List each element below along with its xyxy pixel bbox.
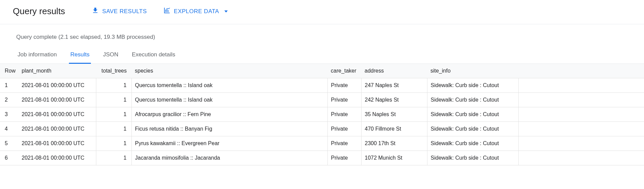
- query-status: Query complete (2.1 sec elapsed, 19.3 MB…: [0, 24, 644, 44]
- table-row[interactable]: 12021-08-01 00:00:00 UTC1Quercus tomente…: [0, 78, 644, 93]
- cell-row: 6: [0, 151, 18, 165]
- cell-site-info: Sidewalk: Curb side : Cutout: [427, 93, 518, 107]
- download-icon: [92, 7, 99, 16]
- column-header-extra: [518, 64, 644, 78]
- cell-row: 4: [0, 122, 18, 136]
- cell-care-taker: Private: [327, 78, 361, 93]
- chevron-down-icon: [224, 10, 228, 12]
- table-row[interactable]: 22021-08-01 00:00:00 UTC1Quercus tomente…: [0, 93, 644, 107]
- cell-total-trees: 1: [96, 93, 131, 107]
- save-results-label: SAVE RESULTS: [102, 8, 147, 15]
- column-header-address[interactable]: address: [361, 64, 427, 78]
- cell-care-taker: Private: [327, 136, 361, 151]
- cell-plant-month: 2021-08-01 00:00:00 UTC: [18, 136, 96, 151]
- column-header-row[interactable]: Row: [0, 64, 18, 78]
- cell-plant-month: 2021-08-01 00:00:00 UTC: [18, 78, 96, 93]
- cell-extra: [518, 93, 644, 107]
- cell-address: 1072 Munich St: [361, 151, 427, 165]
- page-title: Query results: [13, 6, 65, 17]
- cell-care-taker: Private: [327, 122, 361, 136]
- cell-address: 470 Fillmore St: [361, 122, 427, 136]
- cell-species: Afrocarpus gracilior :: Fern Pine: [131, 107, 327, 122]
- cell-total-trees: 1: [96, 136, 131, 151]
- cell-care-taker: Private: [327, 93, 361, 107]
- cell-species: Pyrus kawakamii :: Evergreen Pear: [131, 136, 327, 151]
- cell-row: 2: [0, 93, 18, 107]
- column-header-care-taker[interactable]: care_taker: [327, 64, 361, 78]
- cell-address: 35 Naples St: [361, 107, 427, 122]
- chart-icon: [163, 7, 171, 16]
- cell-plant-month: 2021-08-01 00:00:00 UTC: [18, 151, 96, 165]
- cell-extra: [518, 122, 644, 136]
- column-header-species[interactable]: species: [131, 64, 327, 78]
- tab-job-information[interactable]: Job information: [16, 49, 58, 64]
- cell-site-info: Sidewalk: Curb side : Cutout: [427, 151, 518, 165]
- tab-results[interactable]: Results: [69, 49, 91, 64]
- cell-species: Ficus retusa nitida :: Banyan Fig: [131, 122, 327, 136]
- cell-plant-month: 2021-08-01 00:00:00 UTC: [18, 93, 96, 107]
- table-header-row: Row plant_month total_trees species care…: [0, 64, 644, 78]
- table-row[interactable]: 42021-08-01 00:00:00 UTC1Ficus retusa ni…: [0, 122, 644, 136]
- cell-site-info: Sidewalk: Curb side : Cutout: [427, 136, 518, 151]
- cell-extra: [518, 78, 644, 93]
- cell-address: 247 Naples St: [361, 78, 427, 93]
- tab-json[interactable]: JSON: [102, 49, 120, 64]
- explore-data-button[interactable]: EXPLORE DATA: [163, 5, 228, 18]
- toolbar: Query results SAVE RESULTS EXPLORE DATA: [0, 0, 644, 24]
- cell-species: Jacaranda mimosifolia :: Jacaranda: [131, 151, 327, 165]
- table-row[interactable]: 62021-08-01 00:00:00 UTC1Jacaranda mimos…: [0, 151, 644, 165]
- cell-extra: [518, 107, 644, 122]
- cell-row: 3: [0, 107, 18, 122]
- column-header-site-info[interactable]: site_info: [427, 64, 518, 78]
- cell-care-taker: Private: [327, 151, 361, 165]
- cell-address: 242 Naples St: [361, 93, 427, 107]
- cell-care-taker: Private: [327, 107, 361, 122]
- cell-species: Quercus tomentella :: Island oak: [131, 93, 327, 107]
- cell-site-info: Sidewalk: Curb side : Cutout: [427, 78, 518, 93]
- column-header-plant-month[interactable]: plant_month: [18, 64, 96, 78]
- cell-total-trees: 1: [96, 122, 131, 136]
- cell-row: 1: [0, 78, 18, 93]
- cell-extra: [518, 151, 644, 165]
- results-table: Row plant_month total_trees species care…: [0, 64, 644, 165]
- cell-extra: [518, 136, 644, 151]
- cell-site-info: Sidewalk: Curb side : Cutout: [427, 107, 518, 122]
- save-results-button[interactable]: SAVE RESULTS: [92, 5, 147, 18]
- cell-species: Quercus tomentella :: Island oak: [131, 78, 327, 93]
- cell-site-info: Sidewalk: Curb side : Cutout: [427, 122, 518, 136]
- cell-total-trees: 1: [96, 107, 131, 122]
- cell-plant-month: 2021-08-01 00:00:00 UTC: [18, 122, 96, 136]
- cell-total-trees: 1: [96, 151, 131, 165]
- explore-data-label: EXPLORE DATA: [174, 8, 219, 15]
- column-header-total-trees[interactable]: total_trees: [96, 64, 131, 78]
- cell-total-trees: 1: [96, 78, 131, 93]
- table-row[interactable]: 52021-08-01 00:00:00 UTC1Pyrus kawakamii…: [0, 136, 644, 151]
- cell-address: 2300 17th St: [361, 136, 427, 151]
- tab-execution-details[interactable]: Execution details: [130, 49, 177, 64]
- cell-plant-month: 2021-08-01 00:00:00 UTC: [18, 107, 96, 122]
- table-row[interactable]: 32021-08-01 00:00:00 UTC1Afrocarpus grac…: [0, 107, 644, 122]
- tabs: Job information Results JSON Execution d…: [0, 44, 644, 64]
- cell-row: 5: [0, 136, 18, 151]
